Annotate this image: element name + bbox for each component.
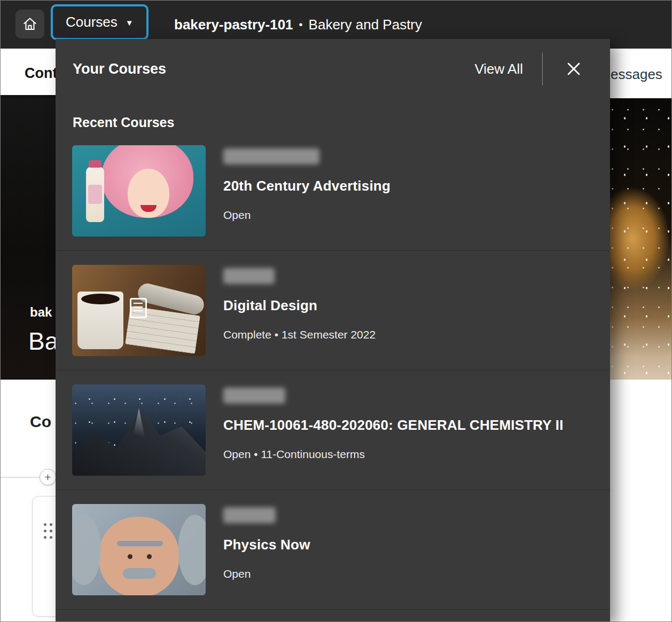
course-thumbnail-physics: [72, 504, 206, 595]
course-id-redacted-badge: [223, 268, 275, 284]
courses-dropdown-panel: Your Courses View All Recent Courses 20t…: [56, 39, 610, 622]
course-status: Open: [223, 568, 251, 580]
banner-course-title-partial: Ba: [28, 327, 58, 356]
course-info: 20th Century Advertising Open: [223, 145, 390, 237]
course-id-redacted-badge: [223, 388, 285, 404]
course-title: CHEM-10061-480-202060: GENERAL CHEMISTRY…: [223, 417, 564, 434]
course-row-physics[interactable]: Physics Now Open: [56, 490, 610, 610]
dropdown-title: Your Courses: [73, 61, 474, 77]
course-id-redacted-badge: [223, 148, 319, 164]
thumbnail-art: [128, 554, 132, 559]
course-thumbnail-chemistry: [72, 384, 206, 476]
course-banner-left: bak Ba: [1, 98, 56, 380]
dropdown-header: Your Courses View All: [56, 39, 610, 99]
course-info: Physics Now Open: [223, 504, 310, 595]
course-status: Open • 11-Continuous-terms: [223, 448, 365, 461]
drag-handle-icon[interactable]: [44, 523, 46, 526]
course-banner-right: [610, 98, 672, 380]
thumbnail-art: [140, 205, 157, 212]
view-all-link[interactable]: View All: [474, 61, 523, 77]
home-icon: [22, 16, 38, 32]
course-status: Open: [223, 209, 251, 222]
tab-messages-partial[interactable]: essages: [611, 66, 662, 83]
courses-menu-label: Courses: [66, 14, 118, 30]
course-row-chemistry[interactable]: CHEM-10061-480-202060: GENERAL CHEMISTRY…: [56, 371, 610, 490]
add-content-button[interactable]: +: [40, 469, 56, 485]
content-section-heading-partial: Co: [30, 413, 51, 431]
course-thumbnail-advertising: [72, 145, 206, 237]
app-window: Courses ▼ bakery-pastry-101 • Bakery and…: [0, 0, 672, 622]
banner-course-id-partial: bak: [30, 305, 52, 320]
course-title: Digital Design: [223, 297, 317, 314]
course-title: Physics Now: [223, 537, 310, 553]
course-row-advertising[interactable]: 20th Century Advertising Open: [56, 131, 610, 251]
course-thumbnail-digital-design: [72, 265, 206, 356]
course-id-redacted-badge: [223, 507, 276, 523]
course-status: Complete • 1st Semester 2022: [223, 328, 376, 341]
close-icon: [565, 60, 582, 77]
thumbnail-art: [86, 167, 104, 222]
breadcrumb-course-name: Bakery and Pastry: [309, 17, 422, 33]
header-divider: [542, 52, 543, 85]
breadcrumb-separator: •: [299, 19, 303, 31]
course-row-digital-design[interactable]: Digital Design Complete • 1st Semester 2…: [56, 251, 610, 371]
thumbnail-art: [72, 515, 101, 585]
course-info: CHEM-10061-480-202060: GENERAL CHEMISTRY…: [223, 384, 564, 476]
breadcrumb-course-id: bakery-pastry-101: [174, 17, 293, 33]
home-button[interactable]: [15, 10, 44, 38]
caret-down-icon: ▼: [126, 17, 134, 27]
course-title: 20th Century Advertising: [223, 178, 390, 194]
close-button[interactable]: [562, 57, 585, 81]
tab-content-partial[interactable]: Cont: [25, 65, 57, 82]
course-info: Digital Design Complete • 1st Semester 2…: [223, 265, 376, 356]
recent-courses-heading: Recent Courses: [73, 115, 610, 130]
courses-menu-button[interactable]: Courses ▼: [51, 4, 149, 40]
document-icon: [130, 298, 147, 318]
